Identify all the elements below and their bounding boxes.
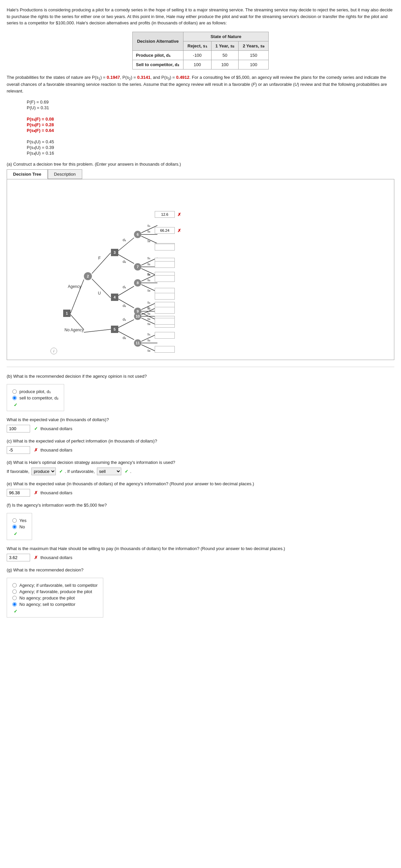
s1-9-label: s₁: [147, 301, 150, 304]
part-f-option-yes[interactable]: Yes: [12, 518, 26, 523]
row2-label: Sell to competitor, d₂: [132, 60, 183, 69]
part-d-row: If favorable, produce sell ✓ . If unfavo…: [7, 468, 394, 475]
s3-9-label: s₃: [147, 317, 150, 321]
tab-decision-tree[interactable]: Decision Tree: [7, 169, 48, 179]
line-noagency-5: [84, 329, 111, 332]
part-f-radio-no[interactable]: [12, 525, 17, 529]
part-f-radio-yes[interactable]: [12, 518, 17, 523]
part-g-radio-1[interactable]: [12, 583, 17, 587]
part-b-radio-1[interactable]: [12, 390, 17, 394]
d2-5-label: d₂: [123, 336, 126, 340]
part-b-option-2[interactable]: sell to competitor, d₂: [12, 396, 58, 400]
s3-11-label: s₃: [147, 349, 150, 352]
info-icon[interactable]: i: [51, 348, 57, 354]
s1-6-label: s₁: [147, 224, 150, 227]
part-g-option-4-label: No agency; sell to competitor: [19, 602, 76, 607]
part-g-option-1-label: Agency; if unfavorable, sell to competit…: [19, 583, 97, 588]
part-g-radio-2[interactable]: [12, 589, 17, 594]
s2-7-label: s₂: [147, 262, 150, 266]
part-b-radio-2[interactable]: [12, 396, 17, 400]
part-d-unfavorable-select[interactable]: sell produce: [97, 468, 121, 475]
part-e-input[interactable]: [7, 489, 30, 497]
node7-label: 7: [137, 265, 139, 269]
part-f-label: (f) Is the agency's information worth th…: [7, 503, 394, 508]
part-b-radio-group: produce pilot, d₁ sell to competitor, d₂…: [7, 384, 64, 411]
line-3-d2: [118, 254, 134, 264]
input-11-s2[interactable]: [155, 332, 175, 339]
s1-8-label: s₁: [147, 272, 150, 276]
divider-after-tree: [7, 367, 394, 367]
line-3-d1: [118, 238, 134, 251]
part-b-option-1[interactable]: produce pilot, d₁: [12, 389, 58, 394]
node11-inputs: [155, 318, 175, 353]
row2-val1: 100: [183, 60, 211, 69]
part-g-option-3[interactable]: No agency; produce the pilot: [12, 595, 97, 600]
node1-label: 1: [66, 311, 68, 315]
line-4-d1: [118, 286, 134, 296]
part-d-favorable-select[interactable]: produce sell: [31, 468, 56, 475]
ps3F-line: P(s₃|F) = 0.64: [27, 128, 394, 133]
part-g-label: (g) What is the recommended decision?: [7, 567, 394, 572]
part-b-ev-input[interactable]: [7, 425, 30, 433]
row1-label: Produce pilot, d₁: [132, 51, 183, 60]
ps2U-line: P(s₂|U) = 0.39: [27, 145, 394, 150]
d1-5-label: d₁: [123, 317, 126, 321]
input-8-s1[interactable]: [155, 261, 175, 268]
part-g-option-3-label: No agency; produce the pilot: [19, 595, 75, 600]
part-f-max-input[interactable]: [7, 554, 30, 561]
s2-10-label: s₂: [147, 312, 150, 315]
part-c-unit: thousand dollars: [40, 447, 72, 453]
tree-container: 1 Agency 2 F 3 d₁ 6 s₁ s₂ s₃ d₂: [7, 179, 394, 360]
part-f-option-no[interactable]: No: [12, 524, 26, 529]
line-2-F: [92, 253, 111, 274]
payoff-table: Decision Alternative State of Nature Rej…: [132, 32, 269, 69]
col3-header: 2 Years, s₃: [238, 41, 269, 51]
part-g-radio-3[interactable]: [12, 596, 17, 600]
s3-10-label: s₃: [147, 322, 150, 326]
input-7-s1[interactable]: [155, 244, 175, 250]
line-4-d2: [118, 299, 134, 308]
ps2F-line: P(s₂|F) = 0.28: [27, 122, 394, 127]
part-d-unfavorable-text: . If unfavorable,: [65, 469, 95, 474]
s1-10-label: s₁: [147, 306, 150, 309]
input-6-s1[interactable]: [155, 211, 175, 218]
d1-3-label: d₁: [123, 238, 126, 242]
part-d-favorable-correct: ✓: [59, 469, 63, 474]
part-f-max-row: ✗ thousand dollars: [7, 554, 394, 561]
part-e-label: (e) What is the expected value (in thous…: [7, 481, 394, 486]
part-f-max-wrong: ✗: [34, 555, 38, 560]
part-g-radio-4[interactable]: [12, 602, 17, 607]
input-11-s3[interactable]: [155, 346, 175, 353]
part-c-input[interactable]: [7, 446, 30, 454]
d2-3-label: d₂: [123, 259, 126, 264]
node5-label: 5: [114, 327, 116, 331]
part-g-option-1[interactable]: Agency; if unfavorable, sell to competit…: [12, 583, 97, 588]
part-d-unfavorable-correct: ✓: [125, 469, 128, 474]
node11-label: 11: [136, 341, 140, 345]
part-g-option-2[interactable]: Agency; if favorable, produce the pilot: [12, 589, 97, 594]
input-11-s1[interactable]: [155, 318, 175, 324]
line-2-U: [92, 279, 111, 298]
decision-alt-header: Decision Alternative: [132, 32, 183, 51]
part-f-radio-group: Yes No ✓: [7, 513, 32, 540]
part-b-ev-unit: thousand dollars: [40, 426, 72, 431]
node2-label: 2: [87, 274, 89, 278]
part-d-label: (d) What is Hale's optimal decision stra…: [7, 460, 394, 465]
tab-description[interactable]: Description: [48, 169, 82, 179]
part-e-row: ✗ thousand dollars: [7, 489, 394, 497]
node6-label: 6: [137, 232, 139, 237]
ps3U-line: P(s₃|U) = 0.16: [27, 151, 394, 156]
part-g-option-4[interactable]: No agency; sell to competitor: [12, 602, 97, 607]
part-c-wrong: ✗: [34, 447, 38, 453]
prob-section: P(F) = 0.69 P(U) = 0.31 P(s₁|F) = 0.08 P…: [27, 99, 394, 156]
pU-line: P(U) = 0.31: [27, 105, 394, 110]
input-6-s2[interactable]: [155, 227, 175, 234]
part-g-correct-icon: ✓: [14, 609, 18, 614]
part-b-correct-icon: ✓: [14, 402, 18, 407]
part-g-radio-group: Agency; if unfavorable, sell to competit…: [7, 578, 103, 618]
input-10-s2[interactable]: [155, 307, 175, 314]
part-b-ev-question: What is the expected value (in thousands…: [7, 417, 394, 422]
prob-intro-text: The probabilities for the states of natu…: [7, 74, 394, 94]
input-8-s2[interactable]: [155, 275, 175, 282]
input-10-s1[interactable]: [155, 293, 175, 300]
